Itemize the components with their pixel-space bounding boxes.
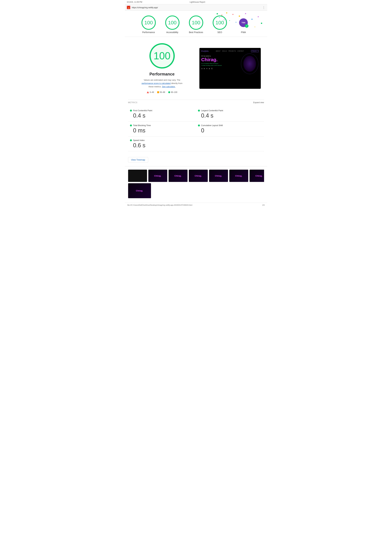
metric-fcp: First Contentful Paint 0.4 s [128,107,196,122]
frame-6-content: Chirag. [229,170,248,182]
cls-value: 0 [198,127,262,134]
expand-view-button[interactable]: Expand view [253,102,264,104]
twitter-icon: ✕ [206,68,207,69]
seo-label: SEO [217,31,222,34]
score-row: 100 Performance 100 Accessibility 100 Be… [125,11,267,37]
filmstrip-row-1: Chirag. Chirag. Chirag. Chirag. Chirag. [128,170,264,182]
legend-average: 50–89 [157,91,165,93]
cls-dot [198,124,200,126]
filmstrip-frame-1 [128,170,147,182]
preview-avatar [243,56,256,72]
report-title: Lighthouse Report [190,1,205,3]
subtitle-prefix: I create [201,65,206,66]
metric-cls-name-row: Cumulative Layout Shift [198,124,262,127]
metrics-grid: First Contentful Paint 0.4 s Largest Con… [128,107,264,151]
url-text: https://chiragchrg.netlify.app/ [132,6,261,9]
filmstrip-frame-8: Chirag. [128,183,151,198]
si-value: 0.6 s [130,142,194,149]
accessibility-score: 100 [168,20,177,26]
metric-tbt-name-row: Total Blocking Time [130,124,194,127]
score-seo: 100 SEO [213,15,227,34]
fail-range: 0–49 [150,91,154,93]
instagram-icon: ⊚ [209,68,210,69]
linkedin-icon: in [204,68,205,69]
page-footer: file:///C:/Users/Dell/OneDrive/Desktop/c… [125,203,267,207]
tbt-value: 0 ms [130,127,194,134]
pwa-circle: TWA ✓ [236,15,251,30]
metric-empty-cell [196,137,264,151]
big-score-value: 100 [154,50,171,62]
perf-score-link[interactable]: performance score is calculated [142,82,171,85]
filmstrip-section: Chirag. Chirag. Chirag. Chirag. Chirag. [125,167,267,203]
score-performance: 100 Performance [142,15,156,34]
average-range: 50–89 [160,91,165,93]
pwa-check-icon: ✓ [245,24,249,28]
footer-page: 1/5 [262,204,264,206]
subtitle-highlight: Exciting Stuff [206,65,213,66]
panel-desc: Values are estimated and may vary. The p… [140,79,184,88]
top-bar: 3/13/24, 11:09 PM Lighthouse Report [125,0,267,4]
metric-lcp: Largest Contentful Paint 0.4 s [196,107,264,122]
si-dot [130,139,132,141]
pwa-score: TWA [242,22,245,24]
frame-7-text: Chirag. [255,175,263,177]
frame-3-content: Chirag. [169,170,187,182]
metric-si-name-row: Speed Index [130,139,194,141]
calculator-link[interactable]: See calculator. [162,85,175,88]
preview-logo: Portfolio [201,50,209,52]
frame-5-content: Chirag. [209,170,228,182]
fcp-dot [130,110,132,111]
frame-6-text: Chirag. [235,175,242,177]
frame-4-content: Chirag. [189,170,208,182]
google-icon: G [211,68,213,69]
filmstrip-frame-7: Chirag. [249,170,264,182]
frame-8-text: Chirag. [136,190,143,192]
cls-name: Cumulative Layout Shift [201,124,223,127]
website-preview: Portfolio ABOUT SKILLS PROJECTS CONTACT … [199,48,261,89]
filmstrip-frame-5: Chirag. [209,170,228,182]
url-bar: 🔥 https://chiragchrg.netlify.app/ ⋮ [125,4,267,11]
filmstrip-frame-2: Chirag. [148,170,167,182]
frame-2-content: Chirag. [149,170,167,182]
score-pwa: TWA ✓ PWA [236,15,251,34]
score-best-practices: 100 Best Practices [189,15,203,34]
metrics-label: METRICS [128,102,138,104]
lcp-dot [198,110,200,111]
si-name: Speed Index [133,139,145,141]
filmstrip-frame-3: Chirag. [169,170,187,182]
preview-resume-btn: Resume ↗ [251,50,259,52]
datetime-label: 3/13/24, 11:09 PM [127,1,142,3]
view-treemap-button[interactable]: View Treemap [128,157,148,162]
more-options-icon[interactable]: ⋮ [262,6,265,9]
pass-icon [168,91,170,93]
accessibility-circle: 100 [165,15,179,30]
accessibility-label: Accessibility [166,31,178,34]
performance-score: 100 [144,20,153,26]
tbt-name: Total Blocking Time [133,124,151,127]
legend-pass: 90–100 [168,91,177,93]
nav-about: ABOUT [216,50,221,52]
pwa-label: PWA [241,31,246,34]
filmstrip-frame-4: Chirag. [189,170,208,182]
desc-text1: Values are estimated and may vary. The [144,79,180,81]
svg-text:🔥: 🔥 [128,7,130,8]
legend-row: 0–49 50–89 90–100 [147,91,177,93]
performance-label: Performance [142,31,155,34]
panel-title: Performance [150,72,175,77]
metric-tbt: Total Blocking Time 0 ms [128,122,196,137]
fcp-value: 0.4 s [130,112,194,119]
metrics-header: METRICS Expand view [128,100,264,105]
tbt-dot [130,124,132,126]
filmstrip-frame-6: Chirag. [229,170,248,182]
big-score-circle: 100 [150,43,175,68]
metric-fcp-name-row: First Contentful Paint [130,109,194,112]
subtitle-line1: I'm a Fullstack Web Developer. [201,63,219,64]
score-accessibility: 100 Accessibility [165,15,179,34]
performance-circle: 100 [142,15,156,30]
left-panel: 100 Performance Values are estimated and… [128,43,196,93]
filmstrip-row-2: Chirag. [128,183,264,198]
frame-7-content: Chirag. [250,170,264,182]
metric-si: Speed Index 0.6 s [128,137,196,151]
preview-nav: Portfolio ABOUT SKILLS PROJECTS CONTACT … [201,50,259,52]
frame-8-content: Chirag. [128,183,151,198]
